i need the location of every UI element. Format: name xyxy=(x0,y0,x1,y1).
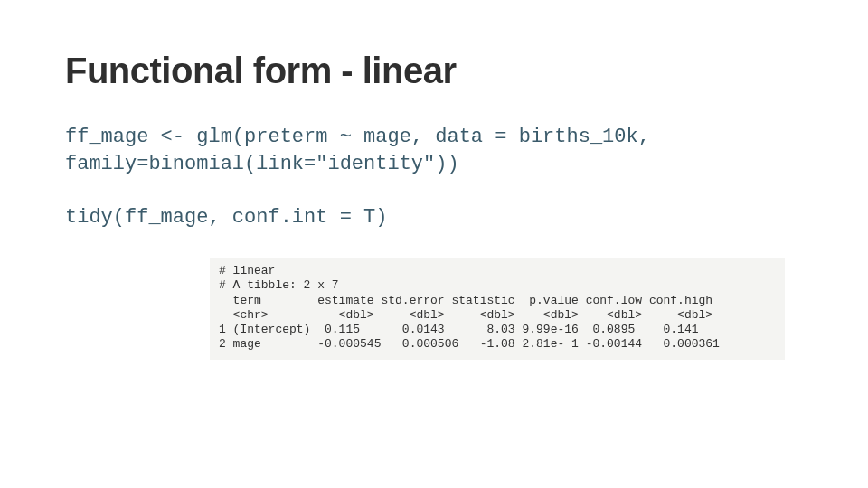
page-title: Functional form - linear xyxy=(65,51,803,91)
slide: Functional form - linear ff_mage <- glm(… xyxy=(0,0,868,488)
r-output: # linear # A tibble: 2 x 7 term estimate… xyxy=(210,258,785,360)
code-block-glm: ff_mage <- glm(preterm ~ mage, data = bi… xyxy=(65,124,803,177)
code-block-tidy: tidy(ff_mage, conf.int = T) xyxy=(65,204,803,231)
